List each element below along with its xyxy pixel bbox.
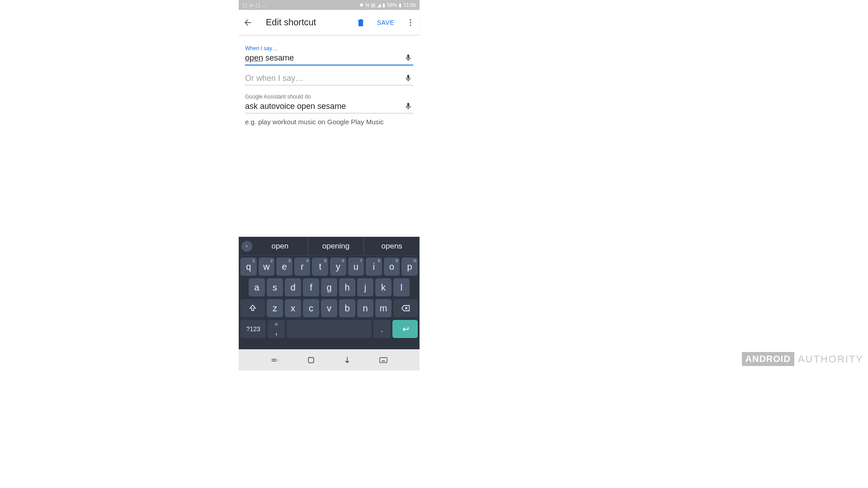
overflow-icon	[406, 18, 415, 27]
key-row-1: q1w2e3r4t5y6u7i8o9p0	[241, 258, 418, 276]
key-m[interactable]: m	[375, 299, 392, 317]
alt-trigger-mic-button[interactable]	[404, 74, 413, 83]
home-icon	[307, 356, 316, 365]
shift-icon	[249, 304, 257, 312]
emoji-hint-icon: ☺	[274, 321, 278, 326]
mic-icon	[404, 102, 412, 110]
keyboard-hide-icon	[343, 356, 352, 365]
delete-button[interactable]	[355, 17, 366, 28]
key-w[interactable]: w2	[259, 258, 275, 276]
key-u[interactable]: u7	[348, 258, 364, 276]
key-y[interactable]: y6	[330, 258, 346, 276]
key-f[interactable]: f	[303, 278, 319, 296]
alt-trigger-input[interactable]	[245, 74, 404, 83]
key-q[interactable]: q1	[241, 258, 257, 276]
battery-percent: 58%	[387, 2, 397, 8]
keyboard-icon	[378, 355, 388, 365]
trigger-mic-button[interactable]	[404, 54, 413, 63]
battery-icon: ▮	[399, 2, 401, 8]
status-bar: ▢ ☺ ▢ ... ✱ N ▤ ◢ ▮ 58% ▮ 11:05	[239, 0, 420, 10]
suggestion-3[interactable]: opens	[364, 238, 420, 254]
key-d[interactable]: d	[285, 278, 301, 296]
expand-suggestions-button[interactable]	[241, 241, 252, 252]
suggestions: open opening opens	[252, 238, 420, 254]
app-bar: Edit shortcut SAVE	[239, 10, 420, 35]
page-title: Edit shortcut	[266, 17, 348, 28]
trigger-input-row[interactable]: open sesame	[245, 53, 413, 66]
recents-icon	[270, 355, 280, 365]
status-left: ▢ ☺ ▢ ...	[242, 2, 266, 8]
trigger-input[interactable]: open sesame	[245, 53, 404, 63]
back-nav-button[interactable]	[341, 354, 353, 366]
phone-frame: ▢ ☺ ▢ ... ✱ N ▤ ◢ ▮ 58% ▮ 11:05 Edit sho…	[239, 0, 420, 371]
vibrate-icon: ▤	[371, 2, 375, 8]
key-g[interactable]: g	[321, 278, 337, 296]
watermark: ANDROID AUTHORITY	[742, 352, 863, 366]
key-j[interactable]: j	[357, 278, 373, 296]
alt-trigger-input-row[interactable]	[245, 74, 413, 85]
comma-key[interactable]: ☺ ,	[268, 320, 285, 338]
key-row-3: zxcvbnm	[241, 299, 418, 317]
key-row-2: asdfghjkl	[241, 278, 418, 296]
trash-icon	[356, 18, 365, 27]
key-hint: 0	[414, 258, 416, 263]
key-i[interactable]: i8	[366, 258, 382, 276]
watermark-sub: AUTHORITY	[798, 353, 863, 365]
action-mic-button[interactable]	[404, 102, 413, 111]
comma-label: ,	[275, 326, 278, 337]
svg-point-1	[410, 22, 411, 23]
recents-button[interactable]	[269, 354, 281, 366]
key-b[interactable]: b	[339, 299, 355, 317]
shift-key[interactable]	[241, 299, 265, 317]
keyboard-switch-button[interactable]	[377, 354, 389, 366]
bluetooth-icon: ✱	[359, 2, 363, 8]
back-button[interactable]	[242, 17, 253, 28]
key-p[interactable]: p0	[401, 258, 418, 276]
action-input-row[interactable]: ask autovoice open sesame	[245, 102, 413, 113]
watermark-brand: ANDROID	[742, 352, 794, 366]
space-key[interactable]	[287, 320, 372, 338]
key-k[interactable]: k	[375, 278, 392, 296]
period-key[interactable]: .	[373, 320, 391, 338]
nfc-icon: N	[365, 2, 369, 8]
clock: 11:05	[403, 2, 416, 8]
backspace-icon	[401, 304, 410, 313]
chevron-right-icon	[245, 244, 249, 249]
action-input[interactable]: ask autovoice open sesame	[245, 102, 404, 111]
key-h[interactable]: h	[339, 278, 355, 296]
suggestion-1[interactable]: open	[252, 238, 308, 254]
backspace-key[interactable]	[393, 299, 418, 317]
key-hint: 8	[378, 258, 380, 263]
key-r[interactable]: r4	[294, 258, 311, 276]
trigger-word-rest: sesame	[263, 53, 294, 62]
key-t[interactable]: t5	[312, 258, 328, 276]
status-right: ✱ N ▤ ◢ ▮ 58% ▮ 11:05	[359, 2, 416, 8]
enter-key[interactable]	[392, 320, 418, 338]
key-x[interactable]: x	[285, 299, 301, 317]
key-n[interactable]: n	[357, 299, 373, 317]
trigger-label: When I say…	[245, 45, 413, 52]
svg-rect-3	[308, 357, 314, 363]
suggestion-2[interactable]: opening	[308, 238, 364, 254]
key-o[interactable]: o9	[384, 258, 400, 276]
notif-icon-2: ☺	[249, 2, 254, 8]
key-a[interactable]: a	[249, 278, 265, 296]
trigger-word-active: open	[245, 53, 263, 62]
notif-icon-3: ▢	[255, 2, 260, 8]
svg-point-2	[410, 24, 411, 26]
key-c[interactable]: c	[303, 299, 319, 317]
key-hint: 3	[288, 258, 291, 263]
system-nav-bar	[239, 349, 420, 371]
key-l[interactable]: l	[393, 278, 410, 296]
home-button[interactable]	[305, 354, 317, 366]
key-e[interactable]: e3	[276, 258, 292, 276]
arrow-back-icon	[243, 18, 253, 28]
save-button[interactable]: SAVE	[373, 19, 398, 26]
overflow-menu-button[interactable]	[405, 17, 416, 28]
key-s[interactable]: s	[267, 278, 283, 296]
key-z[interactable]: z	[267, 299, 283, 317]
symbols-key[interactable]: ?123	[241, 320, 266, 338]
action-label: Google Assistant should do	[245, 94, 413, 100]
mic-icon	[404, 74, 412, 82]
key-v[interactable]: v	[321, 299, 337, 317]
